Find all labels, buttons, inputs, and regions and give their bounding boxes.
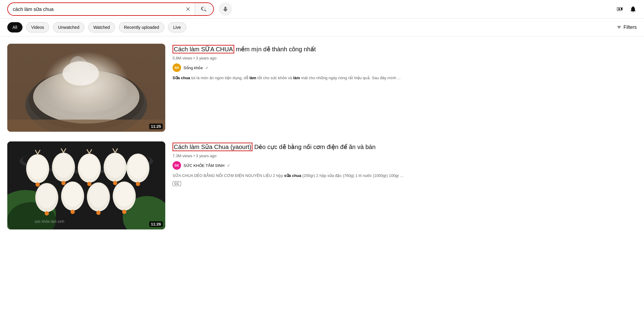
filter-bar: All Videos Unwatched Watched Recently up…: [0, 19, 644, 36]
svg-point-2: [29, 70, 144, 130]
filter-chip-videos[interactable]: Videos: [26, 22, 50, 32]
search-clear-button[interactable]: [181, 6, 195, 12]
video-description-2: SỮA CHUA DẺO BẰNG NỒI CƠM ĐIỆN NGUYÊN LI…: [173, 173, 418, 179]
thumbnail-image-2: sức khỏe làm sinh: [7, 141, 165, 229]
filter-chip-live[interactable]: Live: [168, 22, 186, 32]
video-title-1[interactable]: Cách làm SỮA CHUA mềm mịn dễ thành công …: [173, 45, 418, 53]
svg-point-24: [61, 181, 66, 185]
svg-point-3: [33, 70, 139, 124]
channel-name-1[interactable]: Sống khỏe: [183, 66, 203, 70]
bell-icon: [629, 5, 637, 13]
video-info-1: Cách làm SỮA CHUA mềm mịn dễ thành công …: [173, 44, 418, 132]
svg-point-9: [54, 106, 67, 115]
svg-point-45: [70, 210, 75, 214]
svg-point-39: [136, 182, 140, 186]
video-result-2: sức khỏe làm sinh 11:26 Cách làm Sữa Chu…: [7, 141, 418, 229]
upload-age-2: 3 years ago: [196, 154, 217, 158]
svg-text:sức khỏe làm sinh: sức khỏe làm sinh: [35, 219, 64, 224]
video-title-2[interactable]: Cách làm Sữa Chua (yaourt) Dẻo cực dễ bằ…: [173, 143, 418, 151]
svg-point-33: [105, 154, 125, 178]
filter-chip-all[interactable]: All: [7, 22, 22, 32]
svg-point-51: [122, 210, 126, 214]
video-result-1: 11:25 Cách làm SỮA CHUA mềm mịn dễ thành…: [7, 44, 418, 132]
svg-point-19: [36, 182, 40, 187]
notifications-button[interactable]: [629, 5, 637, 13]
svg-point-41: [37, 184, 57, 208]
create-icon: [616, 5, 623, 13]
channel-avatar-1[interactable]: SK: [173, 63, 181, 72]
svg-point-1: [26, 71, 147, 132]
verified-icon-1: ✓: [205, 66, 209, 70]
svg-point-44: [63, 182, 82, 207]
create-button[interactable]: [616, 5, 623, 13]
svg-point-48: [96, 211, 101, 215]
upload-age-1: 3 years ago: [196, 56, 217, 60]
search-results: 11:25 Cách làm SỮA CHUA mềm mịn dễ thành…: [0, 36, 425, 246]
svg-point-5: [42, 73, 127, 113]
filter-chip-watched[interactable]: Watched: [88, 22, 115, 32]
channel-avatar-text-1: SK: [174, 66, 179, 70]
duration-badge-1: 11:25: [149, 124, 163, 129]
channel-avatar-text-2: SK: [174, 164, 179, 167]
svg-point-6: [66, 54, 95, 91]
video-meta-2: 7.3M views • 3 years ago: [173, 154, 418, 158]
channel-row-1: SK Sống khỏe ✓: [173, 63, 418, 72]
filter-chip-unwatched[interactable]: Unwatched: [53, 22, 84, 32]
header: cách làm sữa chua: [0, 0, 644, 19]
channel-row-2: SK SỨC KHỎE TÂM SINH ✓: [173, 161, 418, 170]
svg-point-23: [54, 154, 73, 178]
svg-point-29: [87, 182, 91, 186]
desc-bold-1: Sữa chua: [173, 76, 190, 80]
view-count-2: 7.3M views: [173, 154, 192, 158]
svg-point-4: [36, 70, 136, 119]
video-title-highlight-1: Cách làm SỮA CHUA: [173, 45, 234, 53]
video-info-2: Cách làm Sữa Chua (yaourt) Dẻo cực dễ bằ…: [173, 141, 418, 229]
video-title-highlight-2: Cách làm Sữa Chua (yaourt): [173, 143, 252, 151]
verified-icon-2: ✓: [227, 163, 230, 168]
search-icon: [201, 6, 207, 12]
duration-badge-2: 11:26: [149, 221, 163, 227]
thumbnail-1[interactable]: 11:25: [7, 44, 165, 132]
thumbnail-svg-2: sức khỏe làm sinh: [7, 141, 165, 229]
svg-point-7: [68, 59, 92, 89]
svg-point-38: [128, 154, 148, 179]
svg-point-34: [113, 181, 117, 185]
video-description-1: Sữa chua túi là món ăn ngon tiện dụng, d…: [173, 75, 418, 81]
thumbnail-image-1: [7, 44, 165, 132]
filters-button[interactable]: Filters: [617, 25, 637, 30]
video-title-suffix-1: mềm mịn dễ thành công nhất: [234, 46, 316, 53]
channel-name-2[interactable]: SỨC KHỎE TÂM SINH: [183, 163, 224, 168]
header-right: [616, 5, 637, 13]
cc-badge: CC: [173, 181, 181, 186]
channel-avatar-2[interactable]: SK: [173, 161, 181, 170]
svg-point-28: [80, 154, 99, 179]
filter-icon: [617, 25, 622, 30]
svg-rect-8: [79, 57, 86, 75]
video-title-suffix-2: Dẻo cực dễ bằng nồi cơm điện để ăn và bá…: [252, 144, 375, 150]
search-bar: cách làm sữa chua: [7, 2, 214, 16]
thumbnail-svg-1: [7, 44, 165, 132]
search-submit-button[interactable]: [195, 3, 213, 15]
thumbnail-2[interactable]: sức khỏe làm sinh 11:26: [7, 141, 165, 229]
svg-point-18: [28, 155, 47, 179]
svg-rect-10: [7, 120, 165, 132]
microphone-icon: [222, 6, 228, 12]
svg-point-47: [89, 183, 108, 208]
filter-chip-recently-uploaded[interactable]: Recently uploaded: [119, 22, 164, 32]
filters-label: Filters: [623, 25, 637, 30]
svg-rect-0: [7, 44, 165, 132]
view-count-1: 5.8M views: [173, 56, 192, 60]
close-icon: [185, 6, 191, 12]
svg-point-42: [45, 211, 49, 215]
svg-point-50: [115, 182, 134, 207]
video-meta-1: 5.8M views • 3 years ago: [173, 56, 418, 60]
voice-search-button[interactable]: [219, 2, 232, 16]
search-input[interactable]: cách làm sữa chua: [8, 6, 181, 12]
